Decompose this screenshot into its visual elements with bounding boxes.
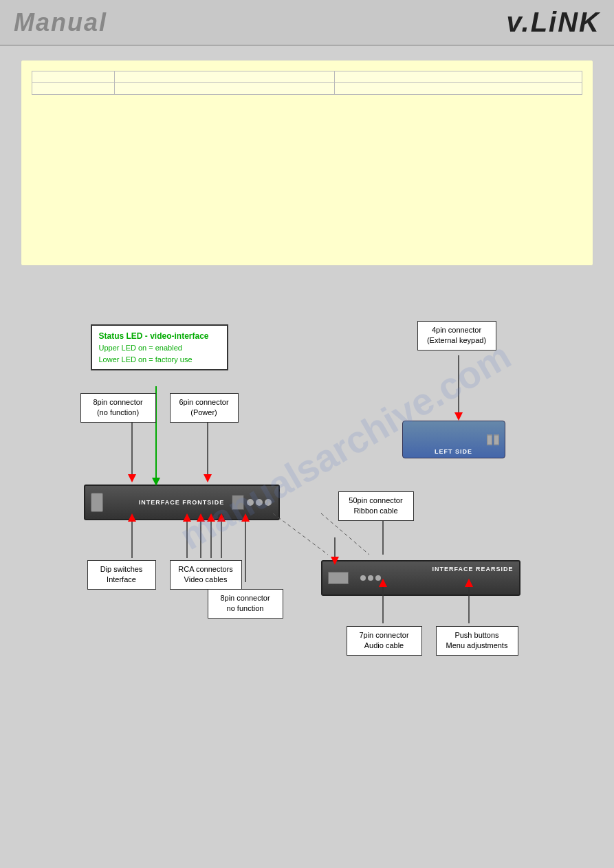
- 8pin-no-function-label: 8pin connector(no function): [80, 393, 156, 423]
- table-cell: [115, 71, 335, 83]
- 8pin-bottom-text: 8pin connectorno function: [220, 594, 270, 612]
- dip-switches-label: Dip switchesInterface: [87, 560, 156, 590]
- push-buttons-text: Push buttonsMenu adjustments: [446, 631, 508, 649]
- svg-marker-3: [128, 474, 136, 482]
- info-table: [32, 71, 582, 95]
- interface-rearside-board: INTERFACE REARSIDE: [321, 560, 520, 596]
- status-led-line1: Upper LED on = enabled: [99, 342, 220, 354]
- 4pin-connector-label: 4pin connector(External keypad): [417, 321, 496, 350]
- 4pin-label-text: 4pin connector(External keypad): [427, 326, 486, 344]
- table-cell: [32, 71, 115, 83]
- 8pin-no-function-bottom-label: 8pin connectorno function: [208, 589, 283, 619]
- diagram-section: Status LED - video-interface Upper LED o…: [25, 287, 589, 685]
- brand-logo: v.LiNK: [507, 7, 600, 38]
- rearside-label: INTERFACE REARSIDE: [432, 566, 513, 572]
- interface-frontside-board: INTERFACE FRONTSIDE: [84, 485, 280, 520]
- 6pin-power-label: 6pin connector(Power): [170, 393, 239, 423]
- svg-line-21: [273, 513, 328, 555]
- push-buttons-label: Push buttonsMenu adjustments: [436, 626, 518, 656]
- table-cell: [32, 83, 115, 95]
- info-box: [21, 60, 593, 266]
- rca-label-text: RCA connectorsVideo cables: [178, 565, 232, 583]
- status-led-line2: Lower LED on = factory use: [99, 354, 220, 366]
- table-cell: [115, 83, 335, 95]
- table-row: [32, 71, 582, 83]
- svg-marker-19: [454, 412, 463, 421]
- page-content: manualsarchive.com: [0, 46, 614, 699]
- dip-switches-text: Dip switchesInterface: [100, 565, 143, 583]
- table-cell: [335, 83, 582, 95]
- left-side-device: LEFT SIDE: [402, 421, 505, 458]
- table-row: [32, 83, 582, 95]
- page-title: Manual: [14, 8, 107, 37]
- left-side-label: LEFT SIDE: [435, 448, 472, 455]
- svg-marker-5: [204, 474, 212, 482]
- 7pin-label-text: 7pin connectorAudio cable: [359, 631, 408, 649]
- page-header: Manual v.LiNK: [0, 0, 614, 46]
- rca-connectors-label: RCA connectorsVideo cables: [170, 560, 242, 590]
- status-led-box: Status LED - video-interface Upper LED o…: [91, 324, 228, 370]
- status-led-title: Status LED - video-interface: [99, 330, 220, 342]
- 50pin-label-text: 50pin connectorRibbon cable: [349, 496, 402, 515]
- 8pin-label-text: 8pin connector(no function): [93, 398, 142, 416]
- 6pin-label-text: 6pin connector(Power): [179, 398, 228, 416]
- table-cell: [335, 71, 582, 83]
- 50pin-ribbon-label: 50pin connectorRibbon cable: [338, 491, 414, 521]
- 7pin-audio-label: 7pin connectorAudio cable: [347, 626, 422, 656]
- frontside-label: INTERFACE FRONTSIDE: [139, 499, 225, 506]
